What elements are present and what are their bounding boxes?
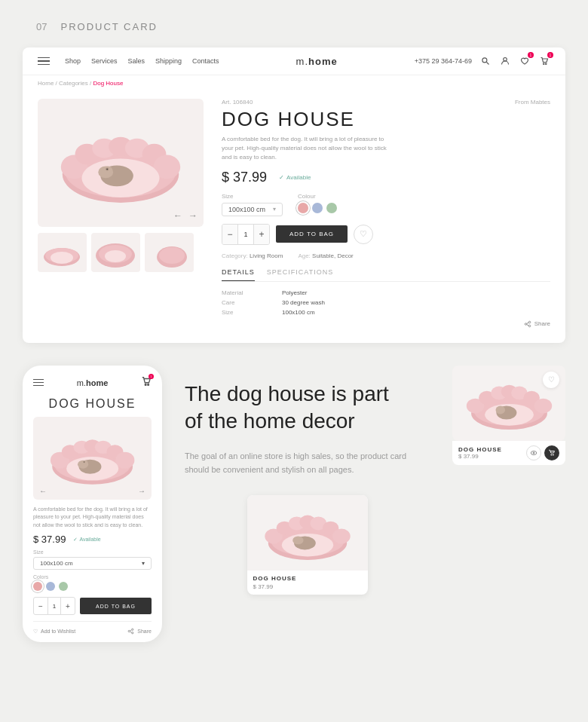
thumbnail-1[interactable] (38, 233, 87, 272)
mobile-color-blue[interactable] (46, 582, 55, 591)
mobile-hamburger-icon[interactable] (33, 379, 44, 387)
product-layout: ← → (23, 91, 565, 343)
top-card-details: DOG HOUSE $ 37.99 (458, 446, 502, 460)
nav-shipping[interactable]: Shipping (155, 57, 182, 65)
mobile-wishlist-button[interactable]: ♡ Add to Wishlist (33, 629, 75, 635)
detail-material-key: Material (222, 289, 274, 296)
mobile-price: $ 37.99 (33, 534, 66, 545)
qty-increase-button[interactable]: + (254, 225, 269, 244)
nav-sales[interactable]: Sales (128, 57, 145, 65)
svg-point-4 (545, 63, 547, 65)
color-pink[interactable] (298, 203, 308, 213)
svg-point-25 (105, 250, 126, 262)
mobile-qty-decrease[interactable]: − (34, 598, 47, 614)
center-card-price: $ 37.99 (253, 583, 362, 590)
product-from: From Mabtes (515, 99, 550, 106)
breadcrumb: Home / Categories / Dog House (23, 75, 565, 91)
nav-services[interactable]: Services (91, 57, 118, 65)
wishlist-nav-button[interactable]: 1 (519, 55, 531, 67)
svg-point-52 (132, 632, 133, 634)
qty-decrease-button[interactable]: − (222, 225, 237, 244)
share-button[interactable]: Share (222, 320, 550, 328)
top-card-cart-button[interactable] (544, 445, 559, 460)
svg-point-27 (159, 247, 185, 264)
mobile-cart-row: − 1 + ADD TO BAG (33, 597, 152, 615)
mobile-color-green[interactable] (59, 582, 68, 591)
top-card-heart-button[interactable]: ♡ (543, 372, 559, 388)
tab-specifications[interactable]: SPECIFICATIONS (267, 268, 333, 281)
nav-shop[interactable]: Shop (65, 57, 81, 65)
svg-line-32 (526, 324, 528, 325)
navbar-right: +375 29 364-74-69 1 1 (415, 55, 550, 67)
breadcrumb-categories[interactable]: Categories (59, 80, 88, 87)
search-button[interactable] (479, 55, 492, 67)
mobile-cart-button[interactable]: 1 (141, 376, 152, 390)
mobile-size-label: Size (33, 549, 152, 555)
mobile-image-nav: ← → (33, 487, 152, 495)
svg-line-31 (526, 323, 528, 323)
prev-image-button[interactable]: ← (173, 210, 182, 221)
product-tags: Category: Living Room Age: Suitable, Dec… (222, 252, 550, 259)
mobile-size-select[interactable]: 100x100 cm ▾ (33, 557, 152, 570)
svg-line-53 (130, 630, 132, 631)
options-row: Size 100x100 cm ▾ Colour (222, 193, 550, 216)
user-button[interactable] (499, 55, 511, 67)
color-options (298, 203, 337, 213)
marketing-text: The dog house is part of the home decor … (177, 366, 437, 610)
mobile-navbar: m.home 1 (33, 376, 152, 390)
detail-care-val: 30 degree wash (282, 299, 550, 306)
mobile-prev-btn[interactable]: ← (39, 487, 47, 495)
svg-point-63 (332, 528, 350, 543)
color-label: Colour (298, 193, 337, 200)
wishlist-button[interactable]: ♡ (354, 225, 373, 244)
svg-point-33 (145, 384, 146, 385)
svg-point-28 (528, 321, 531, 323)
color-option: Colour (298, 193, 337, 216)
size-select[interactable]: 100x100 cm ▾ (222, 203, 283, 216)
mobile-wishlist-label: Add to Wishlist (41, 629, 75, 634)
nav-logo: m.home (296, 56, 338, 67)
age-tag: Age: Suitable, Decor (298, 252, 353, 259)
cart-button[interactable]: 1 (538, 55, 550, 67)
breadcrumb-current: Dog House (93, 80, 123, 87)
svg-point-19 (106, 168, 108, 170)
size-option: Size 100x100 cm ▾ (222, 193, 283, 216)
cart-badge: 1 (547, 52, 553, 58)
desktop-product-card: Shop Services Sales Shipping Contacts m.… (23, 47, 565, 343)
category-tag: Category: Living Room (222, 252, 283, 259)
color-blue[interactable] (312, 203, 323, 213)
mobile-main-image: ← → (33, 417, 152, 500)
main-product-image: ← → (38, 99, 204, 227)
mobile-next-btn[interactable]: → (138, 487, 145, 495)
mobile-add-to-bag-button[interactable]: ADD TO BAG (80, 598, 152, 614)
product-meta: Art. 106840 From Mabtes (222, 99, 550, 106)
product-price: $ 37.99 (222, 170, 267, 185)
top-card-view-button[interactable] (526, 445, 541, 460)
mobile-share-button[interactable]: Share (127, 628, 152, 635)
mobile-color-pink[interactable] (33, 582, 42, 591)
detail-material-val: Polyester (282, 289, 550, 296)
next-image-button[interactable]: → (188, 210, 198, 221)
svg-point-3 (543, 63, 544, 65)
svg-point-29 (525, 323, 527, 325)
top-card-info: DOG HOUSE $ 37.99 (452, 441, 565, 465)
thumbnail-3[interactable] (145, 233, 194, 272)
svg-point-75 (534, 398, 551, 413)
mobile-colors-row: Colors (33, 574, 152, 591)
right-cards: ♡ DOG HOUSE $ 37.99 (452, 366, 565, 465)
product-images: ← → (38, 99, 204, 328)
image-navigation: ← → (173, 210, 198, 221)
nav-contacts[interactable]: Contacts (192, 57, 219, 65)
hamburger-icon[interactable] (38, 57, 50, 66)
tab-details[interactable]: DETAILS (222, 268, 255, 281)
thumbnail-2[interactable] (91, 233, 140, 272)
mobile-qty-increase[interactable]: + (61, 598, 75, 614)
page-title: PRoDUCT CARD (60, 21, 158, 32)
mobile-product-title: DOG HOUSE (33, 397, 152, 411)
add-to-bag-button[interactable]: ADD TO BAG (276, 225, 348, 243)
color-green[interactable] (326, 203, 337, 213)
breadcrumb-home[interactable]: Home (38, 80, 54, 87)
page-label: 07 PRoDUCT CARD (0, 0, 588, 47)
nav-phone: +375 29 364-74-69 (415, 57, 472, 65)
size-label: Size (222, 193, 283, 200)
